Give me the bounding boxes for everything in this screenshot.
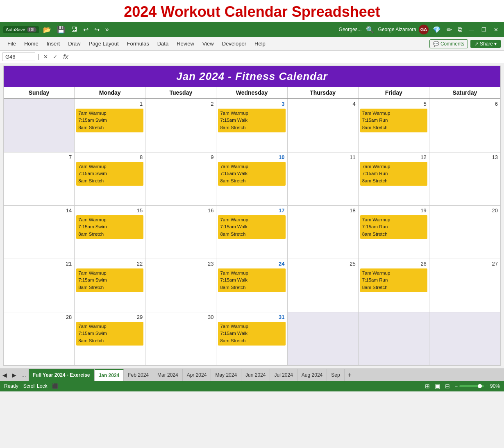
day-number: 18	[288, 207, 357, 214]
calendar-cell[interactable]: 23	[145, 259, 216, 312]
avatar[interactable]: GA	[419, 25, 429, 34]
calendar-cell[interactable]: 57am Warmup 7:15am Run 8am Stretch	[359, 99, 429, 152]
ribbon-insert[interactable]: Insert	[43, 38, 64, 49]
tab-item-2[interactable]: Feb 2024	[124, 369, 153, 381]
calendar-cell[interactable]: 37am Warmup 7:15am Walk 8am Stretch	[216, 99, 287, 152]
restore-button[interactable]: ❐	[479, 26, 489, 34]
tab-add-button[interactable]: +	[345, 371, 355, 380]
search-icon[interactable]: 🔍	[364, 25, 376, 34]
calendar-cell[interactable]: 30	[145, 312, 216, 366]
calendar-cell[interactable]: 16	[145, 206, 216, 259]
calendar-cell[interactable]: 267am Warmup 7:15am Run 8am Stretch	[359, 259, 429, 312]
ribbon-draw[interactable]: Draw	[64, 38, 84, 49]
cell-reference-input[interactable]	[2, 52, 35, 61]
ribbon-data[interactable]: Data	[153, 38, 173, 49]
calendar-cell[interactable]: 18	[288, 206, 359, 259]
calendar-cell[interactable]	[4, 99, 75, 152]
comments-button[interactable]: 💬 Comments	[429, 39, 468, 48]
comments-label: Comments	[440, 41, 464, 47]
calendar-grid: 17am Warmup 7:15am Swim 8am Stretch237am…	[4, 99, 500, 366]
calendar-cell[interactable]: 297am Warmup 7:15am Swim 8am Stretch	[75, 312, 145, 366]
grid-view-icon[interactable]: ⊞	[425, 383, 430, 389]
zoom-in-icon[interactable]: +	[486, 383, 488, 389]
ribbon-home[interactable]: Home	[20, 38, 43, 49]
calendar-cell[interactable]: 4	[288, 99, 359, 152]
formula-input[interactable]	[73, 54, 502, 60]
calendar-cell[interactable]: 21	[4, 259, 75, 312]
tab-item-4[interactable]: Apr 2024	[183, 369, 211, 381]
calendar-cell[interactable]: 197am Warmup 7:15am Run 8am Stretch	[359, 206, 429, 259]
autosave-toggle[interactable]: Off	[27, 27, 36, 32]
calendar-cell[interactable]: 177am Warmup 7:15am Walk 8am Stretch	[216, 206, 287, 259]
tab-prev-icon[interactable]: ◀	[0, 370, 9, 380]
ribbon-formulas[interactable]: Formulas	[123, 38, 153, 49]
ribbon-view[interactable]: View	[198, 38, 218, 49]
calendar-cell[interactable]: 127am Warmup 7:15am Run 8am Stretch	[359, 152, 429, 206]
calendar-cell[interactable]: 11	[288, 152, 359, 206]
zoom-out-icon[interactable]: −	[455, 383, 458, 389]
save-icon[interactable]: 💾	[55, 25, 67, 34]
tab-item-7[interactable]: Jul 2024	[270, 369, 297, 381]
calendar-cell[interactable]: 87am Warmup 7:15am Swim 8am Stretch	[75, 152, 145, 206]
calendar-cell[interactable]: 227am Warmup 7:15am Swim 8am Stretch	[75, 259, 145, 312]
day-number: 10	[217, 153, 286, 161]
cancel-icon[interactable]: ✕	[42, 53, 50, 61]
tab-item-8[interactable]: Aug 2024	[297, 369, 327, 381]
calendar-cell[interactable]: 25	[288, 259, 359, 312]
page-view-icon[interactable]: ▣	[435, 383, 440, 389]
day-number: 6	[430, 100, 499, 108]
tab-item-0[interactable]: Full Year 2024 - Exercise	[29, 369, 95, 381]
share-button[interactable]: ↗ Share ▾	[470, 40, 501, 48]
calendar-cell[interactable]: 107am Warmup 7:15am Walk 8am Stretch	[216, 152, 287, 206]
tab-next-icon[interactable]: ▶	[9, 370, 19, 380]
calendar-cell[interactable]: 28	[4, 312, 75, 366]
calendar-cell[interactable]: 317am Warmup 7:15am Walk 8am Stretch	[216, 312, 287, 366]
calendar-cell[interactable]: 6	[429, 99, 500, 152]
minimize-button[interactable]: —	[466, 26, 477, 34]
scroll-lock-label: Scroll Lock	[23, 383, 48, 389]
ribbon-help[interactable]: Help	[250, 38, 270, 49]
confirm-icon[interactable]: ✓	[51, 53, 59, 61]
calendar-cell[interactable]	[359, 312, 429, 366]
calendar-cell[interactable]: 20	[429, 206, 500, 259]
ribbon-developer[interactable]: Developer	[218, 38, 250, 49]
undo-icon[interactable]: ↩	[82, 25, 90, 34]
day-number: 15	[75, 207, 144, 214]
redo-icon[interactable]: ↪	[93, 25, 101, 34]
calendar-cell[interactable]	[429, 312, 500, 366]
day-number: 14	[5, 207, 73, 214]
calendar-cell[interactable]: 14	[4, 206, 75, 259]
pen-icon[interactable]: ✏	[445, 25, 454, 34]
calendar-cell[interactable]: 9	[145, 152, 216, 206]
tab-item-1[interactable]: Jan 2024	[95, 369, 124, 381]
calendar-cell[interactable]: 157am Warmup 7:15am Swim 8am Stretch	[75, 206, 145, 259]
day-number: 29	[75, 313, 144, 321]
workout-block: 7am Warmup 7:15am Walk 8am Stretch	[218, 215, 285, 239]
page-break-icon[interactable]: ⊟	[445, 383, 450, 389]
more-icon[interactable]: »	[104, 25, 111, 34]
window-icon[interactable]: ⧉	[456, 25, 464, 34]
calendar-cell[interactable]	[288, 312, 359, 366]
zoom-slider[interactable]	[459, 385, 484, 387]
day-number: 21	[5, 260, 73, 268]
calendar-cell[interactable]: 7	[4, 152, 75, 206]
save-as-icon[interactable]: 🖫	[69, 25, 79, 34]
calendar-cell[interactable]: 13	[429, 152, 500, 206]
workout-block: 7am Warmup 7:15am Run 8am Stretch	[360, 109, 427, 132]
calendar-cell[interactable]: 2	[145, 99, 216, 152]
day-number: 7	[5, 153, 73, 161]
ribbon-file[interactable]: File	[3, 38, 20, 49]
ribbon-page-layout[interactable]: Page Layout	[85, 38, 123, 49]
tab-more-icon[interactable]: ...	[19, 370, 29, 380]
fx-label[interactable]: fx	[61, 52, 70, 61]
ribbon-review[interactable]: Review	[173, 38, 198, 49]
calendar-cell[interactable]: 247am Warmup 7:15am Walk 8am Stretch	[216, 259, 287, 312]
close-button[interactable]: ✕	[491, 26, 501, 34]
tab-item-9[interactable]: Sep	[327, 369, 344, 381]
open-file-icon[interactable]: 📂	[41, 25, 53, 34]
tab-item-6[interactable]: Jun 2024	[241, 369, 270, 381]
tab-item-3[interactable]: Mar 2024	[153, 369, 183, 381]
calendar-cell[interactable]: 27	[429, 259, 500, 312]
tab-item-5[interactable]: May 2024	[211, 369, 241, 381]
calendar-cell[interactable]: 17am Warmup 7:15am Swim 8am Stretch	[75, 99, 145, 152]
